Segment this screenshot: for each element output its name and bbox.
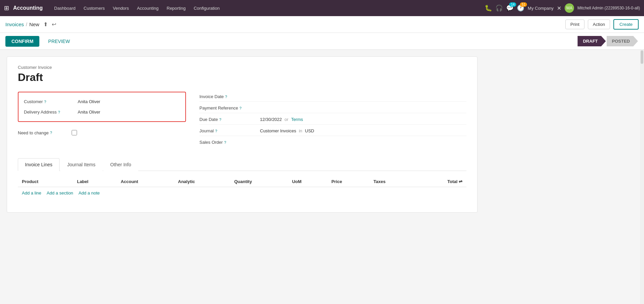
col-uom: UoM: [288, 176, 327, 187]
nav-customers[interactable]: Customers: [80, 4, 108, 13]
tab-other-info[interactable]: Other Info: [103, 158, 138, 171]
tab-journal-items[interactable]: Journal Items: [60, 158, 103, 171]
table-header: Product Label Account Analytic Quantity …: [18, 176, 466, 187]
invoice-date-help-icon[interactable]: ?: [225, 95, 227, 99]
create-button[interactable]: Create: [613, 19, 639, 30]
due-date-row: Due Date ? 12/30/2022 or Terms: [199, 115, 466, 125]
customer-help-icon[interactable]: ?: [44, 100, 46, 104]
invoice-date-row: Invoice Date ?: [199, 92, 466, 102]
journal-label: Journal ?: [199, 128, 260, 133]
nav-vendors[interactable]: Vendors: [109, 4, 132, 13]
in-text: in: [299, 128, 302, 133]
or-text: or: [285, 117, 289, 122]
nav-accounting[interactable]: Accounting: [134, 4, 162, 13]
form-card: Customer Invoice Draft Customer ? Anita …: [7, 56, 478, 213]
invoice-lines-table-section: Product Label Account Analytic Quantity …: [18, 171, 466, 204]
customer-field-row: Customer ? Anita Oliver: [24, 96, 180, 107]
chat-badge: 14: [509, 2, 516, 7]
add-section-link[interactable]: Add a section: [47, 190, 73, 196]
need-to-change-help-icon[interactable]: ?: [50, 131, 52, 135]
table-actions: Add a line Add a section Add a note: [18, 187, 466, 199]
company-name[interactable]: My Company: [528, 6, 554, 11]
sub-nav-actions: Print Action Create: [565, 19, 639, 30]
bug-icon[interactable]: 🐛: [485, 4, 492, 12]
customer-label: Customer ?: [24, 99, 78, 104]
add-note-link[interactable]: Add a note: [79, 190, 100, 196]
tabs-section: Invoice Lines Journal Items Other Info P…: [18, 158, 466, 204]
currency-value: USD: [305, 128, 314, 133]
col-total: Total ⇌: [415, 176, 466, 187]
form-subtitle: Customer Invoice: [18, 65, 466, 70]
tabs-list: Invoice Lines Journal Items Other Info: [18, 158, 466, 171]
need-to-change-checkbox[interactable]: [72, 130, 77, 135]
col-taxes: Taxes: [370, 176, 415, 187]
customer-value[interactable]: Anita Oliver: [78, 99, 100, 104]
breadcrumb-current: New: [29, 21, 39, 27]
action-bar: CONFIRM PREVIEW DRAFT POSTED: [0, 33, 644, 50]
clock-icon[interactable]: 🕐 51: [517, 4, 524, 12]
col-quantity: Quantity: [230, 176, 288, 187]
status-posted[interactable]: POSTED: [607, 36, 638, 46]
confirm-button[interactable]: CONFIRM: [5, 36, 39, 47]
print-button[interactable]: Print: [565, 19, 584, 29]
invoice-table: Product Label Account Analytic Quantity …: [18, 176, 466, 187]
journal-row: Journal ? Customer Invoices in USD: [199, 126, 466, 136]
form-left: Customer ? Anita Oliver Delivery Address…: [18, 92, 186, 147]
user-name[interactable]: Mitchell Admin (22289530-16-0-all): [577, 6, 640, 10]
breadcrumb-parent[interactable]: Invoices: [5, 21, 24, 27]
undo-icon[interactable]: ↩: [52, 21, 56, 28]
upload-icon[interactable]: ⬆: [43, 21, 48, 28]
invoice-date-label: Invoice Date ?: [199, 94, 260, 99]
add-line-link[interactable]: Add a line: [22, 190, 41, 196]
form-body: Customer ? Anita Oliver Delivery Address…: [18, 92, 466, 147]
need-to-change-checkbox-container: [72, 130, 77, 135]
sales-order-label: Sales Order ?: [199, 140, 260, 145]
tab-invoice-lines[interactable]: Invoice Lines: [18, 158, 60, 171]
col-product: Product: [18, 176, 73, 187]
chat-icon[interactable]: 💬 14: [506, 4, 514, 12]
scrollbar[interactable]: [640, 50, 644, 304]
app-grid-icon[interactable]: ⊞: [4, 4, 9, 12]
nav-right: 🐛 🎧 💬 14 🕐 51 My Company ✕ MA Mitchell A…: [485, 3, 640, 13]
customer-box: Customer ? Anita Oliver Delivery Address…: [18, 92, 186, 122]
top-navigation: ⊞ Accounting Dashboard Customers Vendors…: [0, 0, 644, 16]
settings-icon[interactable]: ✕: [557, 5, 561, 11]
nav-configuration[interactable]: Configuration: [190, 4, 223, 13]
nav-reporting[interactable]: Reporting: [163, 4, 189, 13]
action-button[interactable]: Action: [588, 19, 610, 29]
scrollbar-thumb[interactable]: [641, 50, 643, 64]
payment-reference-help-icon[interactable]: ?: [239, 106, 241, 110]
delivery-address-value[interactable]: Anita Oliver: [78, 110, 100, 115]
sales-order-row: Sales Order ?: [199, 137, 466, 147]
delivery-address-label: Delivery Address ?: [24, 110, 78, 115]
due-date-value[interactable]: 12/30/2022: [260, 117, 282, 122]
sales-order-help-icon[interactable]: ?: [224, 140, 226, 144]
right-fields: Invoice Date ? Payment Reference ?: [199, 92, 466, 147]
col-analytic: Analytic: [174, 176, 230, 187]
status-draft[interactable]: DRAFT: [577, 36, 606, 46]
due-date-label: Due Date ?: [199, 117, 260, 122]
preview-button[interactable]: PREVIEW: [43, 36, 75, 47]
payment-reference-label: Payment Reference ?: [199, 105, 260, 111]
due-date-help-icon[interactable]: ?: [219, 118, 221, 122]
journal-value[interactable]: Customer Invoices: [260, 128, 296, 133]
status-bar: DRAFT POSTED: [577, 36, 639, 46]
breadcrumb-separator: /: [26, 22, 27, 27]
delivery-address-help-icon[interactable]: ?: [58, 110, 60, 114]
nav-links: Dashboard Customers Vendors Accounting R…: [51, 4, 482, 13]
form-title: Draft: [18, 71, 466, 84]
headset-icon[interactable]: 🎧: [495, 4, 503, 12]
form-right: Invoice Date ? Payment Reference ?: [199, 92, 466, 147]
journal-help-icon[interactable]: ?: [215, 129, 217, 133]
col-account: Account: [117, 176, 174, 187]
col-label: Label: [73, 176, 117, 187]
col-price: Price: [327, 176, 369, 187]
avatar[interactable]: MA: [565, 3, 574, 13]
sub-navigation: Invoices / New ⬆ ↩ Print Action Create: [0, 16, 644, 33]
need-to-change-label: Need to change ?: [18, 130, 72, 135]
delivery-address-field-row: Delivery Address ? Anita Oliver: [24, 107, 180, 117]
main-content: Customer Invoice Draft Customer ? Anita …: [0, 50, 644, 304]
terms-link[interactable]: Terms: [291, 117, 303, 122]
nav-dashboard[interactable]: Dashboard: [51, 4, 79, 13]
total-sort-icon[interactable]: ⇌: [459, 179, 462, 184]
